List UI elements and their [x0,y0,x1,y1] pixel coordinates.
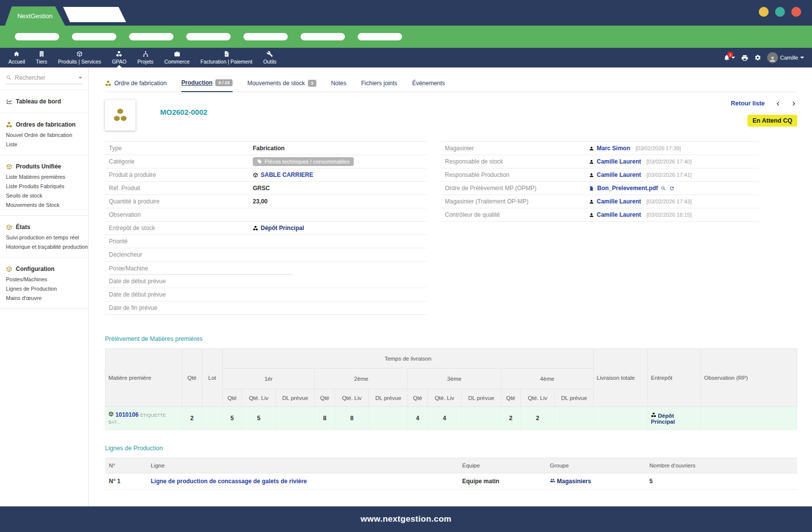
field-priorite: Priorité [105,235,427,248]
footer-url: www.nextgestion.com [361,514,452,524]
tab-fichiers-joints[interactable]: Fichiers joints [361,78,397,92]
nav-item-facturation-paiement[interactable]: Facturation | Paiement [195,48,258,67]
sidebar-section-produits-unifiee[interactable]: Produits Unifiée [0,161,88,172]
sidebar-item-nouvel-ordre[interactable]: Nouvel Ordre de fabrication [0,131,88,140]
search-icon [6,75,12,81]
notifications-button[interactable]: 1 [723,54,735,61]
chevron-down-icon[interactable] [78,77,82,79]
material-code-link[interactable]: 1010106 [115,411,138,418]
nav-pill [129,33,173,40]
section-title-prelevement: Prélèvement de Matières premières [105,335,797,342]
sidebar-item-mains-doeuvre[interactable]: Mains d'œuvre [0,294,88,303]
subcol-dl-prevue: DL prévue [276,389,315,407]
nav-label: Produits | Services [58,59,101,65]
main-panel: Ordre de fabrication Production 0 / 23 M… [89,67,812,506]
cubes-icon [6,122,12,128]
sidebar-search [6,74,82,84]
chevron-right-icon[interactable] [791,100,797,107]
nav-item-gpao[interactable]: GPAO [106,48,132,67]
printer-icon[interactable] [741,54,748,62]
col-num: N° [105,458,147,473]
user-link[interactable]: Camille Laurent [597,198,641,205]
user-link[interactable]: Camille Laurent [597,158,641,165]
subcol-qte-liv: Qté. Liv [428,389,462,407]
tab-mouvements-de-stock[interactable]: Mouvements de stock 3 [247,78,316,92]
sidebar-item-suivi-production[interactable]: Suivi production en temps réel [0,233,88,242]
sidebar-item-postes-machines[interactable]: Postes/Machines [0,275,88,284]
subcol-dl-prevue: DL prévue [462,389,501,407]
user-icon [589,199,594,204]
window-titlebar: NextGestion [0,0,812,26]
cell-d3-liv: 4 [428,407,462,430]
tab-notes[interactable]: Notes [331,78,346,92]
field-magasinier: Magasinier Marc Simon [03/02/2026 17:39] [441,142,759,155]
pdf-link[interactable]: Bon_Prelevement.pdf [597,185,658,192]
window-close-button[interactable] [791,7,801,17]
subcol-qte: Qté [315,389,335,407]
store-icon [174,51,180,57]
tab-ordre-de-fabrication[interactable]: Ordre de fabrication [105,78,167,92]
cell-d3-dl [462,407,501,430]
refresh-icon[interactable] [669,186,675,191]
user-icon [589,212,594,218]
search-input[interactable] [15,74,75,81]
nav-item-outils[interactable]: Outils [258,48,282,67]
warehouse-boxes-icon [253,226,258,231]
zoom-preview-icon[interactable] [661,186,666,191]
tab-production[interactable]: Production 0 / 23 [181,77,233,92]
sidebar-item-liste-produits-fabriques[interactable]: Liste Produits Fabriqués [0,182,88,191]
warehouse-link[interactable]: Dépôt Principal [261,225,304,232]
sidebar-item-seuils-de-stock[interactable]: Seuils de stock [0,191,88,200]
col-group-3eme: 3ème [408,368,501,389]
user-link[interactable]: Camille Laurent [597,171,641,178]
nav-item-accueil[interactable]: Accueil [3,48,31,67]
sidebar-item-tableau-de-bord[interactable]: Tableau de bord [0,96,88,107]
nav-item-commerce[interactable]: Commerce [159,48,195,67]
group-link[interactable]: Magasiniers [557,478,591,485]
col-observation-rp: Observation (RP) [701,349,797,407]
window-restore-button[interactable] [775,7,785,17]
nav-label: Outils [263,59,276,65]
brand-tab: NextGestion [5,6,65,26]
user-link[interactable]: Camille Laurent [597,211,641,218]
product-link[interactable]: SABLE CARRIERE [261,171,313,178]
sidebar-item-liste-matieres-premieres[interactable]: Liste Matières premières [0,172,88,182]
subcol-dl-prevue: DL prévue [555,389,594,407]
field-magasinier-traitement-opmp: Magasinier (Traitement OP-MP) Camille La… [441,195,759,208]
sidebar-section-configuration[interactable]: Configuration [0,263,88,275]
tab-evenements[interactable]: Événements [412,78,445,92]
back-to-list-link[interactable]: Retour liste [731,100,765,107]
nav-item-tiers[interactable]: Tiers [31,48,53,67]
subcol-qte-liv: Qté. Liv [521,389,555,407]
nav-label: Commerce [164,59,189,65]
sidebar-item-lignes-de-production[interactable]: Lignes de Production [0,284,88,294]
page-title: MO2602-0002 [160,108,207,131]
section-title-lignes-de-production: Lignes de Production [105,445,797,452]
nav-pill [301,33,345,40]
col-matiere-premiere: Matière première [105,349,182,407]
field-ordre-prelevement-opmp: Ordre de Prélèvement MP (OPMP) Bon_Prele… [441,182,759,195]
sidebar-section-ordres-de-fabrication[interactable]: Ordres de fabrication [0,119,88,131]
settings-gear-icon[interactable] [754,54,761,61]
user-link[interactable]: Marc Simon [597,145,630,152]
cell-d1-liv: 5 [242,407,276,430]
chevron-left-icon[interactable] [775,100,781,107]
invoice-icon [223,51,230,57]
sitemap-icon [142,51,149,57]
warehouse-boxes-icon [651,412,656,418]
sidebar-section-etats[interactable]: États [0,221,88,233]
nav-pill [358,33,402,40]
user-menu[interactable]: Camille [767,52,804,63]
nav-item-projets[interactable]: Projets [132,48,159,67]
subcol-qte-liv: Qté. Liv [335,389,369,407]
sidebar-item-mouvements-de-stock[interactable]: Mouvements de Stock [0,200,88,210]
sidebar-item-liste[interactable]: Liste [0,140,88,149]
details-left-column: Type Fabrication Catégorie Pièces techni… [105,141,427,315]
timestamp: [03/02/2026 17:41] [646,172,692,178]
sidebar-item-historique-tracabilite[interactable]: Historique et traçabilité production [0,242,88,252]
window-minimize-button[interactable] [759,7,769,17]
subcol-dl-prevue: DL prévue [369,389,408,407]
nav-item-produits-services[interactable]: Produits | Services [53,48,106,67]
production-line-link[interactable]: Ligne de production de concassage de gal… [151,478,307,485]
user-icon [769,55,777,63]
